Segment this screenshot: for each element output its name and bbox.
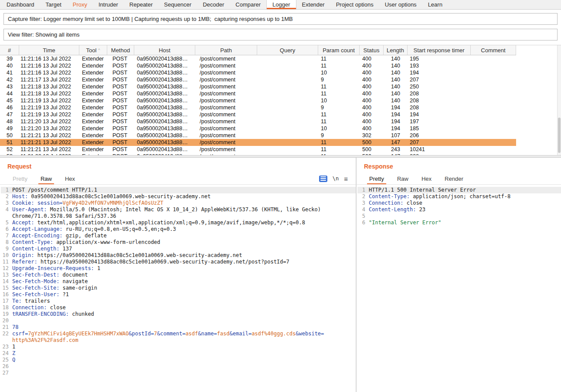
code-segment: Q <box>12 357 15 363</box>
tab-target[interactable]: Target <box>40 0 67 9</box>
code-line[interactable]: 17Te: trailers <box>1 298 356 304</box>
line-number: 5 <box>357 213 369 220</box>
column-header-query[interactable]: Query <box>257 45 318 55</box>
table-row[interactable]: 4411:21:18 13 Jul 2022ExtenderPOST0a9500… <box>0 90 516 97</box>
table-row[interactable]: 4111:21:16 13 Jul 2022ExtenderPOST0a9500… <box>0 69 516 76</box>
tab-sequencer[interactable]: Sequencer <box>158 0 197 9</box>
code-line[interactable]: 9Content-Length: 137 <box>1 246 356 252</box>
tab-proxy[interactable]: Proxy <box>67 0 93 9</box>
code-line[interactable]: 26 <box>1 363 356 370</box>
code-line[interactable]: 10Origin: https://0a9500020413d88ac08c5c… <box>1 252 356 259</box>
column-header-time[interactable]: Time <box>19 45 79 55</box>
code-line[interactable]: 2Content-Type: application/json; charset… <box>357 193 561 200</box>
cell-id: 44 <box>0 90 19 97</box>
capture-filter-bar[interactable]: Capture filter: Logger memory limit set … <box>3 13 558 25</box>
column-header-length[interactable]: Length <box>384 45 408 55</box>
code-line[interactable]: 16Sec-Fetch-User: ?1 <box>1 291 356 298</box>
tab-render[interactable]: Render <box>438 173 470 184</box>
newline-toggle-icon[interactable]: \n <box>333 176 339 182</box>
code-line[interactable]: 3Connection: close <box>357 200 561 206</box>
tab-pretty[interactable]: Pretty <box>6 173 34 184</box>
code-line[interactable]: 13Sec-Fetch-Dest: document <box>1 272 356 278</box>
code-segment: chunked <box>69 311 94 317</box>
table-row[interactable]: 4911:21:20 13 Jul 2022ExtenderPOST0a9500… <box>0 125 516 132</box>
code-line[interactable]: 18Connection: close <box>1 304 356 311</box>
column-header-tool[interactable]: Tool^ <box>79 45 107 55</box>
code-line[interactable]: 25Q <box>1 357 356 363</box>
code-line[interactable]: 1POST /post/comment HTTP/1.1 <box>1 187 356 193</box>
tab-raw[interactable]: Raw <box>391 173 415 184</box>
table-row[interactable]: 4711:21:19 13 Jul 2022ExtenderPOST0a9500… <box>0 111 516 118</box>
code-line[interactable]: 3Cookie: session=VgFWy4D2vMfON7vMNMhjQlS… <box>1 200 356 206</box>
response-editor[interactable]: 1HTTP/1.1 500 Internal Server Error2Cont… <box>357 185 561 392</box>
table-row[interactable]: 5311:21:22 13 Jul 2022ExtenderPOST0a9500… <box>0 153 516 155</box>
view-filter-bar[interactable]: View filter: Showing all items <box>3 29 558 41</box>
column-header-path[interactable]: Path <box>195 45 257 55</box>
code-line[interactable]: 5Accept: text/html,application/xhtml+xml… <box>1 220 356 226</box>
table-row[interactable]: 5211:21:21 13 Jul 2022ExtenderPOST0a9500… <box>0 146 516 153</box>
tab-decoder[interactable]: Decoder <box>197 0 230 9</box>
column-header-comment[interactable]: Comment <box>471 45 516 55</box>
table-row[interactable]: 4311:21:18 13 Jul 2022ExtenderPOST0a9500… <box>0 83 516 90</box>
scrollbar-thumb[interactable] <box>558 118 561 153</box>
request-editor[interactable]: 1POST /post/comment HTTP/1.12Host: 0a950… <box>0 185 356 392</box>
code-line[interactable]: 2178 <box>1 324 356 331</box>
tab-intruder[interactable]: Intruder <box>93 0 124 9</box>
table-row[interactable]: 4011:21:16 13 Jul 2022ExtenderPOST0a9500… <box>0 62 516 69</box>
table-row[interactable]: 4511:21:19 13 Jul 2022ExtenderPOST0a9500… <box>0 97 516 104</box>
tab-raw[interactable]: Raw <box>34 173 58 184</box>
line-text: 1 <box>12 344 325 350</box>
code-line[interactable]: 8Content-Type: application/x-www-form-ur… <box>1 239 356 246</box>
code-line[interactable]: 6"Internal Server Error" <box>357 220 561 226</box>
column-header-method[interactable]: Method <box>107 45 134 55</box>
table-row[interactable]: 3911:21:16 13 Jul 2022ExtenderPOST0a9500… <box>0 55 516 62</box>
tab-hex[interactable]: Hex <box>58 173 82 184</box>
line-text: Connection: close <box>12 304 325 311</box>
column-header-param_count[interactable]: Param count <box>318 45 360 55</box>
code-line[interactable]: 231 <box>1 344 356 350</box>
cell-param_count: 10 <box>318 125 360 132</box>
code-line[interactable]: 11Referer: https://0a9500020413d88ac08c5… <box>1 259 356 265</box>
code-line[interactable]: 2Host: 0a9500020413d88ac08c5c1e001a0069.… <box>1 193 356 200</box>
table-row[interactable]: 4811:21:20 13 Jul 2022ExtenderPOST0a9500… <box>0 118 516 125</box>
code-line[interactable]: 19tRANSFER-ENCODING: chunked <box>1 311 356 318</box>
table-vertical-scrollbar[interactable] <box>557 45 561 155</box>
cell-method: POST <box>107 111 134 118</box>
tab-repeater[interactable]: Repeater <box>124 0 158 9</box>
code-line[interactable]: 7Accept-Encoding: gzip, deflate <box>1 233 356 239</box>
tab-dashboard[interactable]: Dashboard <box>1 0 40 9</box>
code-line[interactable]: 24Z <box>1 350 356 357</box>
code-line[interactable]: 1HTTP/1.1 500 Internal Server Error <box>357 187 561 193</box>
editor-menu-icon[interactable]: ≡ <box>344 175 348 182</box>
code-line[interactable]: 4User-Agent: Mozilla/5.0 (Macintosh; Int… <box>1 206 356 220</box>
tab-user-options[interactable]: User options <box>379 0 422 9</box>
table-row[interactable]: 4611:21:19 13 Jul 2022ExtenderPOST0a9500… <box>0 104 516 111</box>
table-row[interactable]: 5011:21:21 13 Jul 2022ExtenderPOST0a9500… <box>0 132 516 139</box>
column-header-timer[interactable]: Start response timer <box>408 45 471 55</box>
table-row[interactable]: 5111:21:21 13 Jul 2022ExtenderPOST0a9500… <box>0 139 516 146</box>
column-header-host[interactable]: Host <box>134 45 195 55</box>
code-segment: fasd <box>217 331 230 337</box>
tab-project-options[interactable]: Project options <box>330 0 379 9</box>
tab-comparer[interactable]: Comparer <box>230 0 266 9</box>
column-header-label: Time <box>43 47 55 54</box>
line-text: Referer: https://0a9500020413d88ac08c5c1… <box>12 259 325 265</box>
code-line[interactable]: 5 <box>357 213 561 220</box>
tab-extender[interactable]: Extender <box>296 0 330 9</box>
column-header-status[interactable]: Status <box>360 45 384 55</box>
code-line[interactable]: 15Sec-Fetch-Site: same-origin <box>1 285 356 291</box>
code-line[interactable]: 20 <box>1 318 356 324</box>
code-line[interactable]: 27 <box>1 370 356 376</box>
table-row[interactable]: 4211:21:17 13 Jul 2022ExtenderPOST0a9500… <box>0 76 516 83</box>
tab-logger[interactable]: Logger <box>266 0 296 9</box>
tab-learn[interactable]: Learn <box>422 0 448 9</box>
code-line[interactable]: 4Content-Length: 23 <box>357 206 561 213</box>
code-line[interactable]: 12Upgrade-Insecure-Requests: 1 <box>1 265 356 272</box>
code-line[interactable]: 22csrf=7gYzhMCiFvi4gBEyUEEk7HmHSHM7xWAO&… <box>1 331 356 344</box>
tab-hex[interactable]: Hex <box>415 173 438 184</box>
tab-pretty[interactable]: Pretty <box>363 173 391 184</box>
column-header-id[interactable]: # <box>0 45 19 55</box>
code-line[interactable]: 6Accept-Language: ru-RU,ru;q=0.8,en-US;q… <box>1 226 356 233</box>
pretty-print-toggle-icon[interactable] <box>319 176 327 182</box>
code-line[interactable]: 14Sec-Fetch-Mode: navigate <box>1 278 356 285</box>
